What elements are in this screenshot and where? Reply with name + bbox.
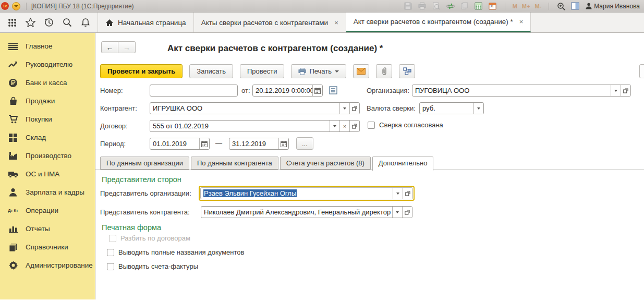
sidebar-item-administration[interactable]: Администрирование (0, 256, 95, 274)
open-button[interactable] (349, 121, 359, 131)
calendar-picker-button[interactable] (278, 138, 288, 149)
calendar-picker-button[interactable] (199, 138, 209, 149)
chevron-down-icon (14, 5, 18, 7)
more-actions-button[interactable] (639, 64, 644, 78)
contract-value: 555 от 01.02.2019 (150, 121, 330, 131)
checkbox-icon[interactable] (107, 249, 114, 256)
history-button[interactable] (40, 13, 58, 32)
sidebar-item-label: Покупки (26, 115, 52, 123)
external-link-icon[interactable] (446, 2, 455, 11)
window-titlebar: 1с [КОПИЯ] ПБУ 18 (1С:Предприятие) 31 (0, 0, 644, 13)
sidebar-item-directories[interactable]: Справочники (0, 238, 95, 256)
dropdown-button[interactable] (392, 207, 402, 218)
post-and-close-button[interactable]: Провести и закрыть (100, 64, 183, 78)
checkbox-icon[interactable] (368, 122, 375, 129)
divider (505, 3, 505, 10)
checkbox-icon[interactable] (107, 263, 114, 270)
sidebar-item-main[interactable]: Главное (0, 37, 95, 55)
sidebar-item-label: Склад (26, 134, 46, 141)
tab-by-contragent-data[interactable]: По данным контрагента (191, 157, 278, 170)
calculator-icon[interactable] (474, 2, 483, 11)
sidebar-item-operations[interactable]: Дт Кт Операции (0, 201, 95, 220)
sidebar-item-bank-cash[interactable]: Банк и касса (0, 74, 95, 92)
zoom-in-icon[interactable] (556, 2, 566, 11)
period-to-input[interactable]: 31.12.2019 (229, 138, 289, 150)
open-button[interactable] (621, 85, 630, 96)
dropdown-button[interactable] (330, 121, 339, 131)
contragent-input[interactable]: ИГРУШКА ООО (150, 102, 360, 114)
current-user[interactable]: Мария Иванова (586, 3, 640, 10)
period-dash: — (215, 139, 222, 147)
close-icon[interactable]: × (519, 18, 524, 26)
full-document-names-checkbox[interactable]: Выводить полные названия документов (107, 248, 244, 256)
attachments-button[interactable] (376, 64, 392, 78)
rep-contragent-input[interactable]: Николаев Дмитрий Александрович, Генераль… (201, 206, 412, 218)
forward-button[interactable]: → (118, 41, 136, 53)
factory-icon (8, 151, 18, 161)
back-button[interactable]: ← (101, 41, 118, 53)
sidebar-item-production[interactable]: Производство (0, 147, 95, 165)
ruble-circle-icon (8, 78, 18, 88)
functions-menu-button[interactable] (3, 13, 21, 32)
dropdown-button[interactable] (339, 103, 349, 114)
calendar-icon[interactable]: 31 (488, 2, 497, 11)
notifications-button[interactable] (76, 13, 94, 32)
open-button[interactable] (349, 103, 359, 114)
open-button[interactable] (402, 207, 412, 218)
open-in-window-icon (352, 106, 357, 111)
tab-by-organization-data[interactable]: По данным организации (100, 157, 189, 170)
number-input[interactable] (150, 85, 238, 97)
tab-settlement-accounts[interactable]: Счета учета расчетов (8) (280, 157, 371, 170)
period-to-value: 31.12.2019 (229, 138, 278, 149)
send-email-button[interactable] (353, 64, 369, 78)
show-invoices-checkbox[interactable]: Выводить счета-фактуры (107, 262, 198, 270)
tab-additional[interactable]: Дополнительно (372, 157, 434, 171)
chevron-down-icon (396, 211, 399, 213)
open-button[interactable] (403, 188, 412, 199)
save-button[interactable]: Записать (189, 64, 233, 78)
sidebar-item-sales[interactable]: Продажи (0, 92, 95, 110)
date-input[interactable]: 20.12.2019 0:00:00 (252, 85, 323, 97)
tab-home[interactable]: Начальная страница (98, 13, 194, 32)
open-in-window-icon (405, 210, 410, 215)
favorites-button[interactable] (21, 13, 40, 32)
sidebar-item-reports[interactable]: Отчеты (0, 220, 95, 238)
calendar-day-number: 31 (488, 4, 496, 8)
contract-label: Договор: (100, 122, 128, 130)
rep-organization-input[interactable]: Рзаев Эльвин Гусейхан Оглы (200, 187, 413, 199)
clear-button[interactable]: × (339, 121, 349, 131)
search-button[interactable] (58, 13, 76, 32)
contract-input[interactable]: 555 от 01.02.2019 × (150, 120, 360, 132)
organization-input[interactable]: ПУГОВИЦА ООО (412, 85, 631, 97)
dropdown-button[interactable] (611, 85, 621, 96)
close-icon[interactable]: × (334, 19, 338, 27)
main-menu-button[interactable] (12, 2, 20, 10)
print-menu-button[interactable]: Печать (291, 64, 346, 78)
arrow-right-icon: → (123, 43, 130, 52)
sidebar-item-label: Отчеты (26, 225, 50, 233)
checkbox-icon (109, 235, 116, 242)
document-list-button[interactable] (329, 86, 338, 95)
period-from-input[interactable]: 01.01.2019 (150, 138, 210, 150)
rep-organization-field-focus: Рзаев Эльвин Гусейхан Оглы (199, 186, 415, 201)
calendar-picker-button[interactable] (312, 85, 322, 96)
dropdown-button[interactable] (393, 188, 403, 199)
representatives-section-title: Представители сторон (102, 175, 181, 184)
sidebar-item-purchases[interactable]: Покупки (0, 110, 95, 128)
sidebar-item-fixed-assets[interactable]: ОС и НМА (0, 165, 95, 183)
bag-icon (8, 96, 18, 106)
split-window-icon[interactable] (570, 2, 580, 11)
dropdown-button[interactable] (473, 103, 483, 114)
reconciliation-approved-checkbox[interactable]: Сверка согласована (368, 121, 443, 129)
menu-lines-icon (8, 41, 18, 52)
sidebar-item-manager[interactable]: Руководителю (0, 55, 95, 74)
structure-links-button[interactable] (399, 64, 415, 78)
sidebar-item-warehouse[interactable]: Склад (0, 128, 95, 147)
window-title: [КОПИЯ] ПБУ 18 (1С:Предприятие) (31, 3, 404, 10)
tab-acts-list[interactable]: Акты сверки расчетов с контрагентами × (194, 13, 346, 32)
period-choice-button[interactable]: ... (296, 137, 313, 150)
post-button[interactable]: Провести (240, 64, 285, 78)
sidebar-item-salary-hr[interactable]: Зарплата и кадры (0, 183, 95, 201)
tab-act-create[interactable]: Акт сверки расчетов с контрагентом (созд… (346, 13, 531, 32)
currency-input[interactable]: руб. (419, 102, 484, 114)
